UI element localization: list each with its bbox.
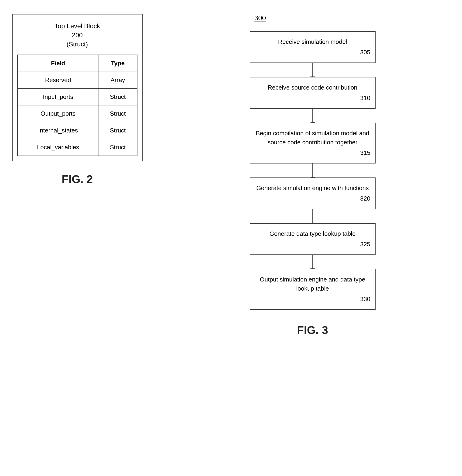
fig2-outer-box: Top Level Block 200 (Struct) Field Type … bbox=[12, 14, 143, 161]
type-cell: Struct bbox=[99, 105, 137, 122]
flow-arrow bbox=[313, 109, 313, 123]
field-cell: Internal_states bbox=[17, 122, 99, 139]
flow-step-310: Receive source code contribution310 bbox=[250, 77, 376, 109]
fig3-flow: Receive simulation model305Receive sourc… bbox=[250, 31, 376, 310]
type-cell: Struct bbox=[99, 122, 137, 139]
flow-step-label: Receive simulation model bbox=[278, 38, 347, 45]
type-cell: Struct bbox=[99, 88, 137, 105]
flow-step-315: Begin compilation of simulation model an… bbox=[250, 123, 376, 163]
field-cell: Reserved bbox=[17, 72, 99, 88]
flow-step-label: Begin compilation of simulation model an… bbox=[256, 130, 369, 146]
flow-arrow bbox=[313, 209, 313, 223]
type-cell: Struct bbox=[99, 139, 137, 156]
fig2-title-line2: 200 bbox=[72, 32, 83, 39]
flow-arrow bbox=[313, 63, 313, 77]
field-cell: Output_ports bbox=[17, 105, 99, 122]
fig3-ref: 300 bbox=[254, 14, 266, 22]
fig2-section: Top Level Block 200 (Struct) Field Type … bbox=[10, 14, 145, 186]
fig2-caption: FIG. 2 bbox=[62, 173, 93, 186]
col-field-header: Field bbox=[17, 55, 99, 72]
table-row: Output_portsStruct bbox=[17, 105, 137, 122]
flow-step-305: Receive simulation model305 bbox=[250, 31, 376, 63]
flow-step-325: Generate data type lookup table325 bbox=[250, 223, 376, 255]
flow-step-330: Output simulation engine and data type l… bbox=[250, 269, 376, 310]
table-row: ReservedArray bbox=[17, 72, 137, 88]
flow-step-label: Output simulation engine and data type l… bbox=[260, 276, 365, 292]
field-cell: Local_variables bbox=[17, 139, 99, 156]
flow-step-number: 320 bbox=[255, 194, 371, 203]
fig2-table: Field Type ReservedArrayInput_portsStruc… bbox=[17, 55, 137, 156]
flow-step-number: 330 bbox=[255, 295, 371, 304]
fig2-title-line3: (Struct) bbox=[67, 41, 88, 48]
fig2-title-line1: Top Level Block bbox=[54, 22, 100, 30]
flow-step-label: Receive source code contribution bbox=[268, 84, 357, 91]
fig3-section: 300 Receive simulation model305Receive s… bbox=[173, 14, 453, 337]
type-cell: Array bbox=[99, 72, 137, 88]
flow-step-number: 325 bbox=[255, 240, 371, 249]
field-cell: Input_ports bbox=[17, 88, 99, 105]
flow-step-number: 305 bbox=[255, 48, 371, 57]
fig2-title: Top Level Block 200 (Struct) bbox=[17, 21, 137, 49]
col-type-header: Type bbox=[99, 55, 137, 72]
table-row: Local_variablesStruct bbox=[17, 139, 137, 156]
flow-step-320: Generate simulation engine with function… bbox=[250, 178, 376, 209]
table-row: Input_portsStruct bbox=[17, 88, 137, 105]
flow-arrow bbox=[313, 163, 313, 178]
flow-step-number: 310 bbox=[255, 94, 371, 103]
table-row: Internal_statesStruct bbox=[17, 122, 137, 139]
flow-step-number: 315 bbox=[255, 148, 371, 157]
fig3-diagram: 300 Receive simulation model305Receive s… bbox=[240, 14, 385, 310]
flow-arrow bbox=[313, 255, 313, 269]
fig3-caption: FIG. 3 bbox=[297, 324, 328, 337]
page-container: Top Level Block 200 (Struct) Field Type … bbox=[10, 14, 453, 337]
table-header-row: Field Type bbox=[17, 55, 137, 72]
flow-step-label: Generate simulation engine with function… bbox=[256, 185, 369, 191]
flow-step-label: Generate data type lookup table bbox=[269, 230, 355, 237]
